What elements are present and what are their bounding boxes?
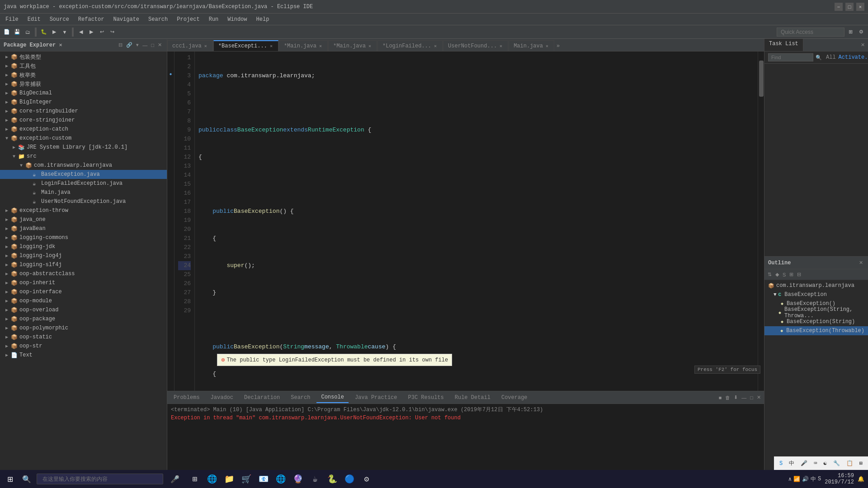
menu-help[interactable]: Help [253, 15, 273, 23]
taskbar-search-input[interactable] [37, 474, 163, 484]
console-stop-button[interactable]: ■ [717, 394, 723, 401]
tray-arrow[interactable]: ∧ [788, 476, 792, 483]
tab-close-button[interactable]: ✕ [318, 43, 323, 49]
app-store[interactable]: 🛒 [238, 471, 255, 487]
tree-item-BigDecimal[interactable]: ▶ 📦 BigDecimal [0, 89, 167, 98]
tab-rule-detail[interactable]: Rule Detail [450, 392, 495, 403]
tree-item-BigInteger[interactable]: ▶ 📦 BigInteger [0, 98, 167, 107]
tree-item-exception-catch[interactable]: ▶ 📦 exception-catch [0, 125, 167, 134]
tree-item-oop-polymorphic[interactable]: ▶ 📦 oop-polymorphic [0, 324, 167, 333]
menu-run[interactable]: Run [205, 15, 222, 23]
tree-item-src[interactable]: ▼ 📁 src [0, 152, 167, 161]
tab-UserNotFound[interactable]: UserNotFound... ✕ [443, 40, 508, 51]
bottom-close-button[interactable]: ✕ [755, 394, 762, 401]
app-taskview[interactable]: ⊞ [187, 471, 203, 487]
outline-class-BaseException[interactable]: ▼ C BaseException [764, 290, 868, 299]
outline-sort-button[interactable]: ⇅ [766, 271, 773, 278]
tree-item-oop-module[interactable]: ▶ 📦 oop-module [0, 296, 167, 305]
menu-project[interactable]: Project [173, 15, 203, 23]
tree-item-com-package[interactable]: ▼ 📦 com.itranswarp.learnjava [0, 161, 167, 170]
editor-scrollbar[interactable] [758, 52, 764, 391]
app-eclipse[interactable]: 🔮 [290, 471, 306, 487]
outline-hide-fields-button[interactable]: ◆ [774, 271, 780, 278]
tab-overflow-button[interactable]: » [555, 41, 561, 51]
menu-edit[interactable]: Edit [24, 15, 44, 23]
app-edge[interactable]: 🌐 [204, 471, 220, 487]
tree-item-LoginFailedException[interactable]: ☕ LoginFailedException.java [0, 179, 167, 188]
panel-maximize-button[interactable]: □ [150, 42, 156, 48]
tree-item-包装类型[interactable]: ▶ 📦 包装类型 [0, 52, 167, 61]
outline-collapse-button[interactable]: ⊟ [796, 271, 802, 278]
prev-edit-button[interactable]: ↩ [97, 27, 107, 37]
task-find-input[interactable] [768, 53, 813, 61]
ime-zh-icon[interactable]: 中 [787, 459, 796, 468]
ime-s-icon[interactable]: S [778, 460, 784, 468]
ime-tool2[interactable]: 📋 [844, 459, 855, 468]
tab-close-button[interactable]: ✕ [269, 43, 274, 49]
tab-java-practice[interactable]: Java Practice [350, 392, 402, 403]
save-button[interactable]: 💾 [12, 27, 22, 37]
tab-coverage[interactable]: Coverage [497, 392, 532, 403]
settings-button[interactable]: ⚙ [856, 27, 866, 37]
tab-console[interactable]: Console [316, 392, 348, 403]
app-python[interactable]: 🐍 [324, 471, 340, 487]
ime-keyboard-icon[interactable]: ⌨ [812, 459, 819, 468]
menu-source[interactable]: Source [46, 15, 73, 23]
tab-BaseException[interactable]: *BaseExcepti... ✕ [213, 40, 278, 51]
forward-button[interactable]: ▶ [86, 27, 96, 37]
tree-item-oop-interface[interactable]: ▶ 📦 oop-interface [0, 287, 167, 296]
tab-Main3[interactable]: Main.java ✕ [509, 40, 554, 51]
tab-javadoc[interactable]: Javadoc [206, 392, 238, 403]
tree-item-exception-throw[interactable]: ▶ 📦 exception-throw [0, 206, 167, 215]
tab-LoginFailed[interactable]: *LoginFailed... ✕ [377, 40, 443, 51]
tray-zh[interactable]: 中 [811, 475, 816, 483]
outline-expand-button[interactable]: ⊞ [788, 271, 795, 278]
scrollbar-thumb[interactable] [759, 61, 764, 97]
back-button[interactable]: ◀ [76, 27, 86, 37]
tab-search[interactable]: Search [286, 392, 315, 403]
tab-declaration[interactable]: Declaration [240, 392, 284, 403]
link-button[interactable]: 🔗 [125, 42, 134, 48]
outline-constructor-3[interactable]: ◆ BaseException(String) [764, 317, 868, 326]
tree-item-javaBean[interactable]: ▶ 📦 javaBean [0, 224, 167, 233]
save-all-button[interactable]: 🗂 [23, 27, 33, 37]
tree-item-oop-overload[interactable]: ▶ 📦 oop-overload [0, 305, 167, 314]
tab-close-button[interactable]: ✕ [203, 43, 208, 49]
code-content[interactable]: package com.itranswarp.learnjava; public… [195, 52, 758, 391]
tree-item-工具包[interactable]: ▶ 📦 工具包 [0, 61, 167, 70]
maximize-button[interactable]: □ [845, 3, 854, 11]
outline-close-button[interactable]: ✕ [858, 259, 864, 266]
app-java[interactable]: ☕ [307, 471, 323, 487]
app-settings[interactable]: ⚙ [359, 471, 375, 487]
app-chrome[interactable]: 🔵 [341, 471, 358, 487]
menu-navigate[interactable]: Navigate [109, 15, 143, 23]
tray-volume[interactable]: 🔊 [802, 476, 809, 483]
tree-item-logging-log4j[interactable]: ▶ 📦 logging-log4j [0, 251, 167, 260]
ime-tool1[interactable]: 🔧 [831, 459, 842, 468]
new-button[interactable]: 📄 [2, 27, 12, 37]
panel-close-button[interactable]: ✕ [156, 42, 163, 48]
tab-Main2[interactable]: *Main.java ✕ [328, 40, 377, 51]
bottom-maximize-button[interactable]: □ [749, 394, 755, 401]
task-find-button[interactable]: 🔍 [814, 54, 823, 61]
tab-task-list[interactable]: Task List [764, 39, 803, 51]
panel-menu-button[interactable]: ▾ [135, 42, 140, 48]
ime-tool3[interactable]: ⊞ [858, 459, 864, 468]
tab-close-button[interactable]: ✕ [368, 43, 372, 49]
debug-button[interactable]: 🐛 [39, 27, 49, 37]
app-browser[interactable]: 🌐 [273, 471, 289, 487]
tree-item-jre[interactable]: ▶ 📚 JRE System Library [jdk-12.0.1] [0, 143, 167, 152]
ime-mic-icon[interactable]: 🎤 [799, 459, 809, 468]
tree-item-logging-jdk[interactable]: ▶ 📦 logging-jdk [0, 242, 167, 251]
task-list-close-button[interactable]: ✕ [859, 42, 866, 48]
tree-item-core-stringbuilder[interactable]: ▶ 📦 core-stringbuilder [0, 107, 167, 116]
window-controls[interactable]: − □ × [835, 3, 864, 11]
activate-label[interactable]: Activate... [839, 54, 868, 61]
tree-item-exception-custom[interactable]: ▼ 📦 exception-custom [0, 134, 167, 143]
app-explorer[interactable]: 📁 [221, 471, 237, 487]
run-config-button[interactable]: ▼ [60, 27, 70, 37]
console-clear-button[interactable]: 🗑 [724, 394, 731, 401]
run-button[interactable]: ▶ [49, 27, 59, 37]
tree-item-oop-str[interactable]: ▶ 📦 oop-str [0, 342, 167, 351]
tree-item-java_one[interactable]: ▶ 📦 java_one [0, 215, 167, 224]
